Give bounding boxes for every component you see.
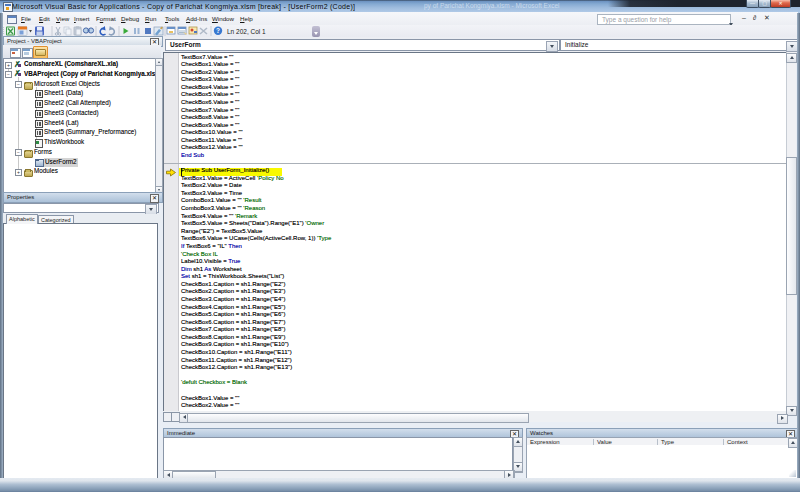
svg-text:?: ? [216,27,220,34]
